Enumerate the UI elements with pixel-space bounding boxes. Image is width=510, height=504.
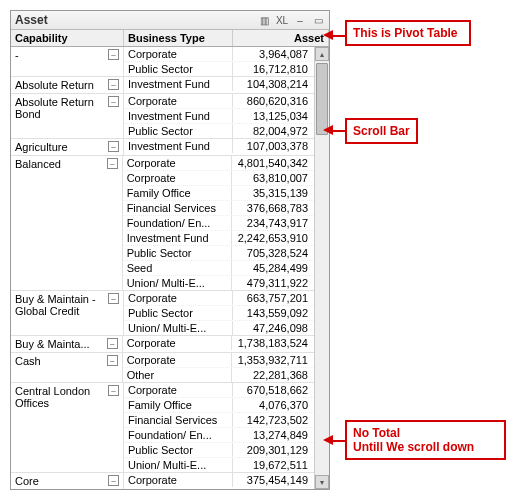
collapse-icon[interactable]: – (107, 355, 118, 366)
table-row[interactable]: Financial Services376,668,783 (123, 201, 314, 216)
asset-value-cell: 63,810,007 (232, 171, 314, 185)
capability-cell: Buy & Mainta...– (11, 336, 123, 352)
table-row[interactable]: Public Sector209,301,129 (124, 443, 314, 458)
asset-value-cell: 143,559,092 (233, 306, 314, 320)
collapse-icon[interactable]: – (108, 293, 119, 304)
col-business-type[interactable]: Business Type (124, 30, 233, 46)
asset-value-cell: 376,668,783 (232, 201, 314, 215)
callout-nototal-line2: Untill We scroll down (353, 440, 498, 454)
capability-label: Buy & Maintain - Global Credit (15, 293, 106, 317)
table-row[interactable]: Financial Services142,723,502 (124, 413, 314, 428)
arrow-line-nototal (332, 440, 345, 442)
table-row[interactable]: Public Sector143,559,092 (124, 306, 314, 321)
table-row[interactable]: Corporate1,738,183,524 (123, 336, 314, 350)
fast-change-icon[interactable]: ▥ (257, 14, 271, 26)
subrows: Corporate663,757,201Public Sector143,559… (124, 291, 314, 335)
arrow-scroll (323, 125, 333, 135)
table-row[interactable]: Public Sector16,712,810 (124, 62, 314, 76)
table-row[interactable]: Seed45,284,499 (123, 261, 314, 276)
capability-cell: Core– (11, 473, 124, 489)
table-row[interactable]: Union/ Multi-E...47,246,098 (124, 321, 314, 335)
callout-nototal: No Total Untill We scroll down (345, 420, 506, 460)
capability-group: Buy & Mainta...–Corporate1,738,183,524 (11, 336, 314, 353)
capability-label: Balanced (15, 158, 105, 170)
collapse-icon[interactable]: – (108, 49, 119, 60)
table-row[interactable]: Corporate4,801,540,342 (123, 156, 314, 171)
capability-cell: -– (11, 47, 124, 76)
asset-value-cell: 479,311,922 (232, 276, 314, 290)
table-row[interactable]: Corproate63,810,007 (123, 171, 314, 186)
table-row[interactable]: Other22,281,368 (123, 368, 314, 382)
business-type-cell: Investment Fund (124, 77, 233, 91)
asset-value-cell: 82,004,972 (233, 124, 314, 138)
asset-value-cell: 4,076,370 (233, 398, 314, 412)
table-row[interactable]: Investment Fund13,125,034 (124, 109, 314, 124)
asset-value-cell: 142,723,502 (233, 413, 314, 427)
table-row[interactable]: Union/ Multi-E...19,672,511 (124, 458, 314, 472)
capability-cell: Absolute Return– (11, 77, 124, 93)
business-type-cell: Corporate (124, 47, 233, 61)
arrow-line-pivot (332, 35, 345, 37)
scroll-down-icon[interactable]: ▾ (315, 475, 329, 489)
maximize-icon[interactable]: ▭ (311, 14, 325, 26)
table-row[interactable]: Corporate663,757,201 (124, 291, 314, 306)
col-capability[interactable]: Capability (11, 30, 124, 46)
table-row[interactable]: Corporate860,620,316 (124, 94, 314, 109)
table-row[interactable]: Investment Fund2,242,653,910 (123, 231, 314, 246)
asset-value-cell: 13,125,034 (233, 109, 314, 123)
collapse-icon[interactable]: – (108, 385, 119, 396)
asset-value-cell: 3,964,087 (233, 47, 314, 61)
minimize-icon[interactable]: – (293, 14, 307, 26)
capability-label: Cash (15, 355, 105, 367)
table-row[interactable]: Public Sector705,328,524 (123, 246, 314, 261)
table-row[interactable]: Corporate3,964,087 (124, 47, 314, 62)
collapse-icon[interactable]: – (108, 79, 119, 90)
table-row[interactable]: Family Office4,076,370 (124, 398, 314, 413)
table-row[interactable]: Investment Fund104,308,214 (124, 77, 314, 91)
collapse-icon[interactable]: – (108, 96, 119, 107)
table-row[interactable]: Union/ Multi-E...479,311,922 (123, 276, 314, 290)
asset-value-cell: 22,281,368 (232, 368, 314, 382)
collapse-icon[interactable]: – (108, 141, 119, 152)
col-asset[interactable]: Asset (233, 30, 329, 46)
collapse-icon[interactable]: – (108, 475, 119, 486)
asset-value-cell: 1,738,183,524 (232, 336, 314, 350)
business-type-cell: Public Sector (124, 62, 233, 76)
collapse-icon[interactable]: – (107, 158, 118, 169)
capability-group: Absolute Return–Investment Fund104,308,2… (11, 77, 314, 94)
business-type-cell: Corporate (124, 473, 233, 487)
table-row[interactable]: Family Office35,315,139 (123, 186, 314, 201)
asset-value-cell: 209,301,129 (233, 443, 314, 457)
business-type-cell: Public Sector (123, 246, 232, 260)
asset-value-cell: 45,284,499 (232, 261, 314, 275)
capability-label: Core (15, 475, 106, 487)
subrows: Corporate670,518,662Family Office4,076,3… (124, 383, 314, 472)
vertical-scrollbar[interactable]: ▴ ▾ (314, 47, 329, 489)
business-type-cell: Family Office (123, 186, 232, 200)
table-row[interactable]: Corporate375,454,149 (124, 473, 314, 487)
capability-group: Central London Offices–Corporate670,518,… (11, 383, 314, 473)
table-row[interactable]: Corporate670,518,662 (124, 383, 314, 398)
business-type-cell: Union/ Multi-E... (124, 321, 233, 335)
business-type-cell: Foundation/ En... (124, 428, 233, 442)
collapse-icon[interactable]: – (107, 338, 118, 349)
panel-title: Asset (15, 13, 253, 27)
asset-value-cell: 705,328,524 (232, 246, 314, 260)
table-row[interactable]: Corporate1,353,932,711 (123, 353, 314, 368)
scroll-up-icon[interactable]: ▴ (315, 47, 329, 61)
asset-value-cell: 375,454,149 (233, 473, 314, 487)
capability-cell: Buy & Maintain - Global Credit– (11, 291, 124, 335)
capability-label: Buy & Mainta... (15, 338, 105, 350)
capability-group: Agriculture–Investment Fund107,003,378 (11, 139, 314, 156)
table-row[interactable]: Foundation/ En...234,743,917 (123, 216, 314, 231)
business-type-cell: Corporate (124, 383, 233, 397)
arrow-pivot (323, 30, 333, 40)
business-type-cell: Public Sector (124, 306, 233, 320)
export-xl-icon[interactable]: XL (275, 14, 289, 26)
capability-group: Cash–Corporate1,353,932,711Other22,281,3… (11, 353, 314, 383)
table-row[interactable]: Public Sector82,004,972 (124, 124, 314, 138)
table-row[interactable]: Investment Fund107,003,378 (124, 139, 314, 153)
capability-group: Absolute Return Bond–Corporate860,620,31… (11, 94, 314, 139)
business-type-cell: Union/ Multi-E... (123, 276, 232, 290)
table-row[interactable]: Foundation/ En...13,274,849 (124, 428, 314, 443)
